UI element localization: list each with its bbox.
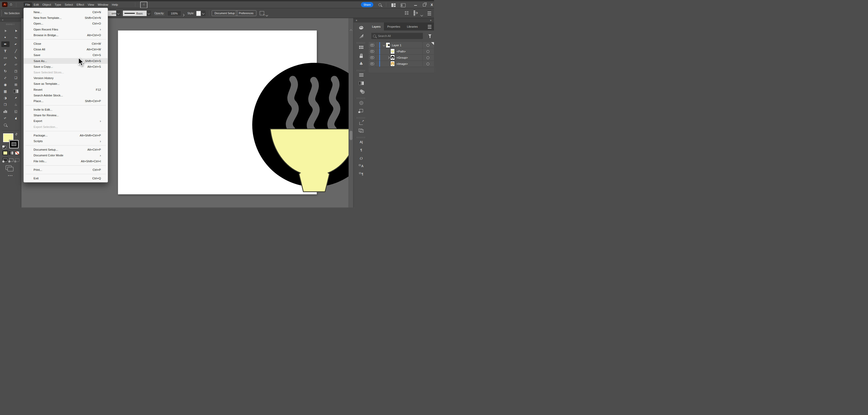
eraser-tool[interactable]: ▱ [12, 61, 20, 67]
perspective-grid-tool[interactable]: ⊞ [12, 82, 20, 87]
character-styles-panel-icon[interactable]: A [353, 164, 369, 168]
opacity-field[interactable]: 100% [167, 10, 181, 16]
default-fill-stroke-icon[interactable] [2, 145, 5, 148]
menu-file[interactable]: File [24, 2, 32, 7]
filter-icon[interactable] [428, 34, 431, 36]
stroke-dropdown-chevron-icon[interactable] [147, 10, 151, 16]
menu-item-scripts[interactable]: Scripts› [24, 138, 108, 144]
menu-item-revert[interactable]: RevertF12 [24, 87, 108, 92]
rectangle-tool[interactable]: ▭ [1, 55, 9, 60]
dock-grip[interactable] [357, 42, 366, 44]
symbols-tool[interactable]: ❒ [1, 102, 9, 108]
menu-item-save-as-template[interactable]: Save as Template... [24, 81, 108, 87]
paragraph-styles-panel-icon[interactable]: ¶ [353, 172, 369, 176]
menu-object[interactable]: Object [40, 2, 53, 7]
control-panel-menu-icon[interactable] [428, 11, 431, 15]
visibility-toggle[interactable] [369, 61, 376, 67]
layer-thumbnail[interactable] [391, 55, 395, 60]
toolbar-collapse-icon[interactable]: « [0, 18, 21, 22]
change-screen-mode-icon[interactable] [6, 166, 11, 170]
gradient-panel-icon[interactable] [353, 81, 369, 85]
dock-grip[interactable] [357, 117, 366, 119]
transform-dropdown-chevron-icon[interactable] [116, 10, 121, 16]
search-box[interactable] [371, 33, 423, 39]
layer-row-layer-1[interactable]: Layer 1 [369, 42, 434, 48]
graphic-styles-panel-icon[interactable] [353, 109, 369, 112]
scrollbar-thumb[interactable] [349, 131, 352, 140]
layer-row-group[interactable]: <Group> [369, 55, 434, 61]
menu-item-place[interactable]: Place...Shift+Ctrl+P [24, 98, 108, 104]
menu-item-open-recent-files[interactable]: Open Recent Files› [24, 27, 108, 32]
menu-edit[interactable]: Edit [32, 2, 41, 7]
hand-tool[interactable]: ☚ [12, 115, 20, 121]
artboard-tool[interactable]: ◱ [12, 109, 20, 114]
stroke-color-swatch[interactable] [9, 140, 19, 148]
menu-item-export[interactable]: Export› [24, 118, 108, 124]
menu-item-save[interactable]: SaveCtrl+S [24, 52, 108, 58]
visibility-toggle[interactable] [369, 42, 376, 48]
rotate-tool[interactable]: ↻ [1, 68, 9, 74]
symbol-sprayer-tool[interactable]: ♨ [12, 102, 20, 108]
menu-effect[interactable]: Effect [75, 2, 86, 7]
character-panel-icon[interactable]: A| [353, 140, 369, 144]
search-icon[interactable] [378, 3, 381, 6]
artboards-panel-icon[interactable] [353, 129, 369, 132]
target-circle-icon[interactable] [427, 62, 429, 65]
edit-toolbar-button[interactable]: ••• [0, 174, 21, 177]
mesh-tool[interactable]: ▦ [1, 88, 9, 94]
dock-expand-icon[interactable]: « [356, 18, 357, 23]
curvature-tool[interactable]: ✒ [12, 41, 20, 47]
lasso-tool[interactable]: ∿ [12, 35, 20, 40]
layer-thumbnail[interactable] [386, 42, 390, 48]
search-input[interactable] [377, 34, 421, 38]
pen-tool[interactable]: ✒ [1, 41, 9, 47]
menu-view[interactable]: View [86, 2, 96, 7]
layer-row-path[interactable]: <Path> [369, 48, 434, 55]
dock-grip[interactable] [357, 70, 366, 71]
layer-label[interactable]: <Image> [397, 62, 408, 65]
menu-help[interactable]: Help [110, 2, 120, 7]
paintbrush-tool[interactable]: ✐ [12, 55, 20, 60]
brushes-panel-icon[interactable] [353, 54, 369, 58]
swatches-panel-icon[interactable] [353, 46, 369, 49]
opentype-panel-icon[interactable]: O [353, 156, 369, 161]
menu-item-share-for-review[interactable]: Share for Review... [24, 112, 108, 118]
stroke-panel-icon[interactable] [353, 73, 369, 77]
app-logo-icon[interactable]: Ai [2, 2, 7, 7]
menu-item-print[interactable]: Print...Ctrl+P [24, 167, 108, 173]
target-circle-icon[interactable] [427, 56, 429, 59]
layer-thumbnail[interactable] [391, 49, 395, 54]
document-setup-button[interactable]: Document Setup [212, 10, 238, 16]
blend-tool[interactable]: ◑ [1, 95, 9, 101]
asset-export-panel-icon[interactable] [353, 121, 369, 125]
visibility-toggle[interactable] [369, 55, 376, 60]
touch-workspace-icon[interactable]: ☝ [140, 2, 148, 8]
menu-item-new[interactable]: New...Ctrl+N [24, 9, 108, 15]
column-graph-tool[interactable] [1, 109, 9, 114]
share-button[interactable]: Share [361, 2, 373, 7]
home-icon[interactable]: ⌂ [10, 2, 12, 6]
width-tool[interactable]: ∿ [1, 75, 9, 81]
menu-item-close[interactable]: CloseCtrl+W [24, 41, 108, 47]
menu-item-search-adobe-stock[interactable]: Search Adobe Stock... [24, 92, 108, 98]
menu-item-open[interactable]: Open...Ctrl+O [24, 21, 108, 26]
visibility-toggle[interactable] [369, 48, 376, 54]
style-dropdown-chevron-icon[interactable] [201, 10, 206, 16]
free-transform-tool[interactable]: ❏ [12, 75, 20, 81]
layer-label[interactable]: <Group> [397, 56, 408, 59]
draw-behind-button[interactable] [8, 158, 14, 162]
layer-label[interactable]: <Path> [397, 50, 406, 53]
color-panel-icon[interactable] [353, 26, 369, 29]
line-segment-tool[interactable]: ╱ [12, 48, 20, 54]
isolate-mode-icon[interactable] [260, 11, 264, 15]
paragraph-panel-icon[interactable]: ¶ [353, 148, 369, 152]
menu-item-document-color-mode[interactable]: Document Color Mode› [24, 152, 108, 158]
snap-chevron-icon[interactable] [421, 12, 423, 17]
type-tool[interactable]: T [1, 48, 9, 54]
layer-thumbnail[interactable] [391, 61, 395, 66]
menu-type[interactable]: Type [53, 2, 63, 7]
dock-grip[interactable] [357, 97, 366, 99]
none-mode-button[interactable] [14, 150, 20, 155]
zoom-tool[interactable] [1, 122, 9, 128]
toolbar-grip[interactable] [6, 24, 15, 25]
